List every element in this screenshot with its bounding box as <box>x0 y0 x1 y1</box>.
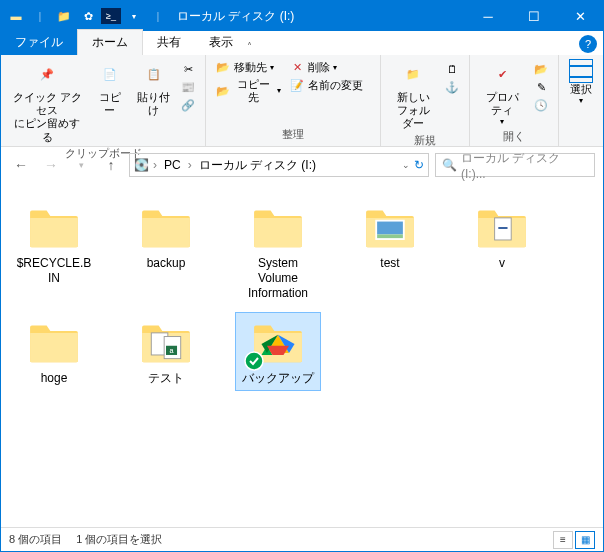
minimize-button[interactable]: ─ <box>465 1 511 31</box>
nav-forward-button[interactable]: → <box>39 153 63 177</box>
rename-icon: 📝 <box>289 78 305 94</box>
refresh-icon[interactable]: ↻ <box>414 158 424 172</box>
drive-icon: 💽 <box>134 158 149 172</box>
newitem-button[interactable]: 🗒 <box>441 61 463 79</box>
delete-button[interactable]: ✕削除▾ <box>286 59 374 77</box>
file-item[interactable]: v <box>459 197 545 306</box>
file-item[interactable]: $RECYCLE.BIN <box>11 197 97 306</box>
pin-icon: 📌 <box>31 59 63 91</box>
rename-button[interactable]: 📝名前の変更 <box>286 77 374 95</box>
rename-label: 名前の変更 <box>308 79 363 92</box>
history-button[interactable]: 🕓 <box>530 97 552 115</box>
statusbar: 8 個の項目 1 個の項目を選択 ≡ ▦ <box>1 527 603 551</box>
edit-icon: ✎ <box>533 80 549 96</box>
maximize-button[interactable]: ☐ <box>511 1 557 31</box>
status-selected: 1 個の項目を選択 <box>76 532 162 547</box>
pin-quickaccess-button[interactable]: 📌 クイック アクセス にピン留めする <box>7 57 88 146</box>
copy-button[interactable]: 📄 コピー <box>90 57 130 119</box>
file-item[interactable]: バックアップ <box>235 312 321 391</box>
chevron-right-icon: › <box>153 158 157 172</box>
file-name: バックアップ <box>242 371 314 386</box>
copyto-button[interactable]: 📂コピー先▾ <box>212 77 284 105</box>
ribbon-tabs: ファイル ホーム 共有 表示 ˄ ? <box>1 31 603 55</box>
tab-view[interactable]: 表示 <box>195 30 247 55</box>
address-dropdown-icon[interactable]: ⌄ <box>402 160 410 170</box>
nav-history-dropdown[interactable]: ▾ <box>69 153 93 177</box>
cut-button[interactable]: ✂ <box>177 61 199 79</box>
file-item[interactable]: System Volume Information <box>235 197 321 306</box>
select-icon <box>569 59 593 83</box>
file-name: hoge <box>41 371 68 386</box>
address-input[interactable]: 💽 › PC › ローカル ディスク (I:) ⌄ ↻ <box>129 153 429 177</box>
moveto-icon: 📂 <box>215 60 231 76</box>
newfolder-label: 新しい フォルダー <box>391 91 435 131</box>
properties-button[interactable]: ✔ プロパティ ▾ <box>476 57 528 129</box>
file-list[interactable]: $RECYCLE.BINbackupSystem Volume Informat… <box>1 183 603 527</box>
open-button[interactable]: 📂 <box>530 61 552 79</box>
select-button[interactable]: 選択 ▾ <box>565 57 597 108</box>
tab-share[interactable]: 共有 <box>143 30 195 55</box>
folder-icon: a <box>134 317 198 369</box>
chevron-right-icon: › <box>188 158 192 172</box>
delete-label: 削除 <box>308 61 330 74</box>
close-button[interactable]: ✕ <box>557 1 603 31</box>
qat-settings-icon[interactable]: ✿ <box>77 5 99 27</box>
address-bar: ← → ▾ ↑ 💽 › PC › ローカル ディスク (I:) ⌄ ↻ 🔍 ロー… <box>1 147 603 183</box>
crumb-drive[interactable]: ローカル ディスク (I:) <box>196 157 319 174</box>
file-name: $RECYCLE.BIN <box>16 256 92 286</box>
ribbon-collapse-icon[interactable]: ˄ <box>247 41 252 55</box>
help-icon[interactable]: ? <box>579 35 597 53</box>
group-organize-label: 整理 <box>282 127 304 144</box>
nav-up-button[interactable]: ↑ <box>99 153 123 177</box>
newfolder-icon: 📁 <box>397 59 429 91</box>
copy-icon: 📄 <box>94 59 126 91</box>
view-icons-button[interactable]: ▦ <box>575 531 595 549</box>
paste-label: 貼り付け <box>136 91 171 117</box>
file-item[interactable]: backup <box>123 197 209 306</box>
svg-rect-1 <box>377 222 403 235</box>
crumb-pc[interactable]: PC <box>161 158 184 172</box>
folder-icon <box>134 202 198 254</box>
easyaccess-button[interactable]: ⚓ <box>441 79 463 97</box>
file-name: System Volume Information <box>240 256 316 301</box>
qat-folder-icon[interactable]: 📁 <box>53 5 75 27</box>
easyaccess-icon: ⚓ <box>444 80 460 96</box>
qat-dropdown-icon[interactable]: ▾ <box>123 5 145 27</box>
copypath-button[interactable]: 📰 <box>177 79 199 97</box>
edit-button[interactable]: ✎ <box>530 79 552 97</box>
qat-powershell-icon[interactable]: ≥_ <box>101 8 121 24</box>
nav-back-button[interactable]: ← <box>9 153 33 177</box>
tab-home[interactable]: ホーム <box>77 29 143 55</box>
group-select-label <box>579 130 582 144</box>
qat-sep: | <box>29 5 51 27</box>
file-name: テスト <box>148 371 184 386</box>
file-item[interactable]: aテスト <box>123 312 209 391</box>
pasteshortcut-icon: 🔗 <box>180 98 196 114</box>
pin-label: クイック アクセス にピン留めする <box>11 91 84 144</box>
qat-sep2: | <box>147 5 169 27</box>
status-count: 8 個の項目 <box>9 532 62 547</box>
search-placeholder: ローカル ディスク (I:)... <box>461 150 588 181</box>
view-details-button[interactable]: ≡ <box>553 531 573 549</box>
folder-icon <box>246 202 310 254</box>
select-label: 選択 <box>570 83 592 96</box>
pasteshortcut-button[interactable]: 🔗 <box>177 97 199 115</box>
moveto-label: 移動先 <box>234 61 267 74</box>
window-title: ローカル ディスク (I:) <box>169 8 465 25</box>
file-item[interactable]: hoge <box>11 312 97 391</box>
tab-file[interactable]: ファイル <box>1 30 77 55</box>
properties-label: プロパティ <box>480 91 524 117</box>
ribbon: 📌 クイック アクセス にピン留めする 📄 コピー 📋 貼り付け ✂ 📰 🔗 <box>1 55 603 147</box>
qat-explorer-icon[interactable]: ▬ <box>5 5 27 27</box>
folder-icon <box>22 202 86 254</box>
properties-icon: ✔ <box>486 59 518 91</box>
cut-icon: ✂ <box>180 62 196 78</box>
moveto-button[interactable]: 📂移動先▾ <box>212 59 284 77</box>
file-item[interactable]: test <box>347 197 433 306</box>
newfolder-button[interactable]: 📁 新しい フォルダー <box>387 57 439 133</box>
paste-button[interactable]: 📋 貼り付け <box>132 57 175 119</box>
folder-icon <box>470 202 534 254</box>
copy-label: コピー <box>94 91 126 117</box>
svg-point-14 <box>245 352 263 370</box>
search-input[interactable]: 🔍 ローカル ディスク (I:)... <box>435 153 595 177</box>
